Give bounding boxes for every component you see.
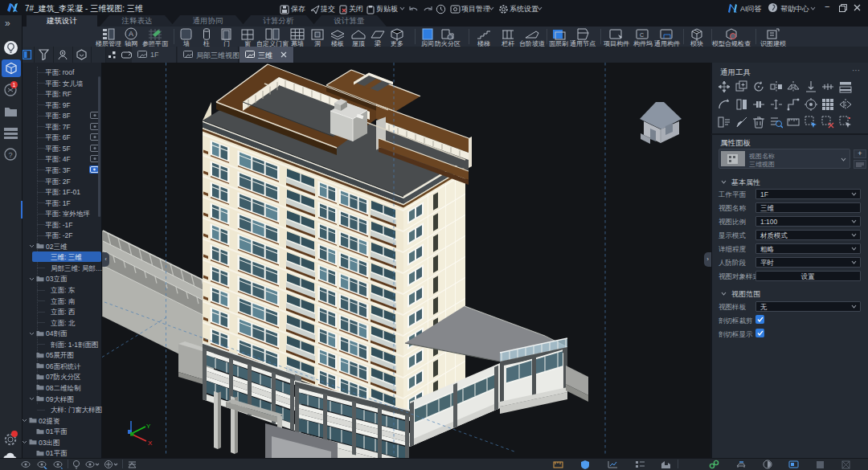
svg-text:?: ?: [9, 151, 13, 159]
svg-text:X: X: [148, 439, 153, 447]
svg-text:C: C: [640, 32, 644, 38]
svg-text:Y: Y: [146, 423, 151, 430]
svg-text:A: A: [129, 30, 133, 38]
